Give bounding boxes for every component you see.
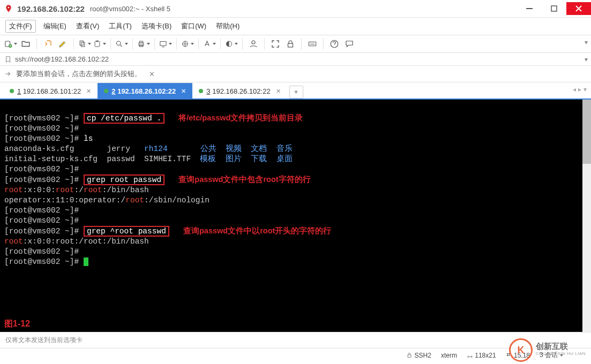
separator: [220, 38, 221, 50]
svg-rect-10: [139, 41, 143, 43]
info-close-icon[interactable]: ✕: [149, 70, 155, 78]
maximize-button[interactable]: [542, 2, 566, 15]
menu-tabs[interactable]: 选项卡(B): [139, 20, 174, 32]
status-proto: SSH2: [406, 352, 431, 359]
fullscreen-button[interactable]: [269, 37, 282, 50]
chat-button[interactable]: [343, 37, 356, 50]
highlighted-command: cp /etc/passwd .: [84, 113, 164, 124]
keyboard-button[interactable]: [306, 37, 319, 50]
svg-rect-0: [526, 8, 533, 9]
toolbar: ▾: [0, 35, 591, 53]
menu-tools[interactable]: 工具(T): [107, 20, 134, 32]
menubar: 文件(F) 编辑(E) 查看(V) 工具(T) 选项卡(B) 窗口(W) 帮助(…: [0, 18, 591, 35]
new-session-button[interactable]: [4, 37, 17, 50]
annotation: 将/etc/passwd文件拷贝到当前目录: [178, 113, 303, 122]
paste-button[interactable]: [93, 37, 106, 50]
send-placeholder: 仅将文本发送到当前选项卡: [5, 336, 83, 344]
separator: [198, 38, 199, 50]
status-dot-icon: [10, 89, 14, 93]
address-overflow[interactable]: ▾: [585, 56, 588, 63]
menu-help[interactable]: 帮助(H): [214, 20, 242, 32]
app-icon: [4, 4, 13, 13]
reconnect-button[interactable]: [41, 37, 54, 50]
color-button[interactable]: [225, 37, 238, 50]
svg-point-8: [117, 41, 121, 46]
watermark-text: 创新互联: [536, 343, 586, 350]
annotation: 查询passwd文件中以root开头的字符的行: [183, 226, 331, 235]
tab-close-icon[interactable]: ✕: [276, 88, 281, 95]
separator: [132, 38, 133, 50]
tab-3[interactable]: 3 192.168.26.102:22 ✕: [192, 83, 287, 98]
svg-rect-16: [288, 43, 293, 47]
add-tab-button[interactable]: +: [289, 86, 303, 98]
copy-button[interactable]: [78, 37, 91, 50]
help-button[interactable]: [328, 37, 341, 50]
highlighted-command: grep ^root passwd: [84, 226, 169, 237]
svg-rect-5: [81, 42, 85, 47]
svg-rect-17: [309, 42, 316, 46]
bookmark-icon[interactable]: [4, 56, 12, 63]
separator: [36, 38, 37, 50]
separator: [301, 38, 302, 50]
open-button[interactable]: [19, 37, 32, 50]
menu-window[interactable]: 窗口(W): [179, 20, 208, 32]
status-term: xterm: [441, 352, 457, 359]
properties-button[interactable]: [56, 37, 69, 50]
menu-view[interactable]: 查看(V): [74, 20, 101, 32]
status-bar: SSH2 xterm 118x21 15,18 3 会话: [0, 348, 591, 362]
scrollbar[interactable]: [582, 100, 591, 332]
title-ip: 192.168.26.102:22: [17, 4, 85, 13]
tab-strip: 1 192.168.26.101:22 ✕ 2 192.168.26.102:2…: [0, 82, 591, 100]
print-button[interactable]: [137, 37, 150, 50]
watermark-subtext: CHUANG XIN HU LIAN: [536, 350, 586, 358]
separator: [323, 38, 324, 50]
lock-button[interactable]: [284, 37, 297, 50]
svg-rect-1: [551, 6, 557, 11]
address-url[interactable]: ssh://root@192.168.26.102:22: [15, 55, 587, 63]
menu-file[interactable]: 文件(F): [5, 20, 36, 33]
svg-point-15: [252, 41, 255, 44]
titlebar: 192.168.26.102:22 root@vms002:~ - Xshell…: [0, 0, 591, 18]
find-button[interactable]: [115, 37, 128, 50]
transfer-button[interactable]: [159, 37, 172, 50]
status-dot-icon: [104, 89, 108, 93]
tab-close-icon[interactable]: ✕: [181, 88, 186, 95]
svg-rect-6: [95, 41, 100, 47]
user-button[interactable]: [247, 37, 260, 50]
separator: [242, 38, 243, 50]
scrollbar-thumb[interactable]: [582, 100, 591, 164]
svg-rect-4: [80, 41, 83, 45]
status-size: 118x21: [467, 352, 496, 359]
tab-close-icon[interactable]: ✕: [86, 88, 91, 95]
watermark: K 创新互联 CHUANG XIN HU LIAN: [504, 336, 591, 362]
globe-button[interactable]: [181, 37, 194, 50]
separator: [154, 38, 155, 50]
tab-2[interactable]: 2 192.168.26.102:22 ✕: [98, 83, 192, 98]
figure-label: 图1-12: [4, 318, 30, 329]
tab-1[interactable]: 1 192.168.26.101:22 ✕: [3, 83, 98, 98]
arrow-icon[interactable]: [4, 70, 12, 78]
separator: [73, 38, 74, 50]
info-text: 要添加当前会话，点击左侧的箭头按钮。: [16, 69, 141, 79]
address-bar: ssh://root@192.168.26.102:22 ▾: [0, 53, 591, 66]
status-dot-icon: [199, 89, 203, 93]
watermark-logo-icon: K: [509, 338, 533, 362]
svg-rect-19: [408, 355, 411, 358]
menu-edit[interactable]: 编辑(E): [41, 20, 69, 32]
title-sub: root@vms002:~ - Xshell 5: [90, 5, 170, 13]
toolbar-overflow[interactable]: ▾: [585, 39, 588, 46]
separator: [264, 38, 265, 50]
minimize-button[interactable]: [517, 2, 542, 15]
close-button[interactable]: [566, 2, 591, 15]
terminal[interactable]: [root@vms002 ~]# cp /etc/passwd . 将/etc/…: [0, 100, 591, 332]
send-input[interactable]: 仅将文本发送到当前选项卡: [0, 332, 591, 348]
separator: [110, 38, 111, 50]
separator: [176, 38, 177, 50]
tab-scroll[interactable]: ◂▸▾: [573, 86, 587, 93]
svg-rect-7: [96, 41, 99, 42]
cursor: [84, 257, 88, 266]
annotation: 查询passwd文件中包含root字符的行: [178, 175, 310, 184]
highlighted-command: grep root passwd: [84, 175, 164, 185]
svg-rect-12: [160, 42, 166, 46]
font-button[interactable]: [203, 37, 216, 50]
